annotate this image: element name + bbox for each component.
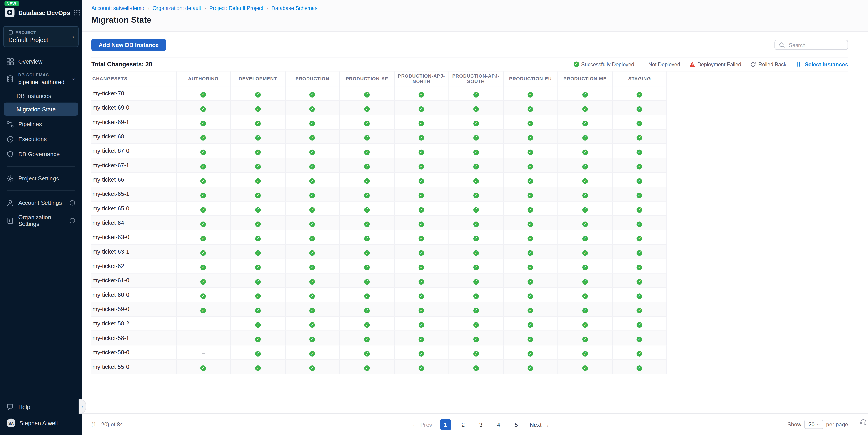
add-db-instance-button[interactable]: Add New DB Instance	[91, 39, 166, 51]
deployed-check-icon: ✓	[309, 92, 315, 97]
page-button-5[interactable]: 5	[511, 419, 522, 430]
sidebar-item-organization-settings[interactable]: Organization Settings	[0, 211, 82, 231]
status-cell: ✓	[503, 215, 558, 230]
sidebar-item-label: Pipelines	[18, 121, 42, 127]
sidebar-item-executions[interactable]: Executions	[0, 132, 82, 147]
deployed-check-icon: ✓	[364, 265, 369, 270]
deployed-check-icon: ✓	[309, 279, 315, 284]
sidebar-item-overview[interactable]: Overview	[0, 54, 82, 69]
breadcrumb-organization[interactable]: Organization: default	[152, 5, 201, 11]
status-cell: ✓	[449, 187, 503, 201]
sidebar-item-project-settings[interactable]: Project Settings	[0, 171, 82, 186]
db-schemas-label: DB SCHEMAS	[18, 72, 69, 77]
sidebar-item-db-instances[interactable]: DB Instances	[0, 89, 82, 102]
apps-grid-icon[interactable]	[73, 9, 80, 16]
help-label: Help	[18, 403, 30, 410]
sidebar-item-db-schemas[interactable]: DB SCHEMAS pipeline_authored ›	[0, 69, 82, 89]
status-cell: ✓	[449, 100, 503, 115]
status-cell: ✓	[230, 129, 285, 144]
deployed-check-icon: ✓	[364, 308, 369, 313]
status-cell: ✓	[394, 115, 449, 129]
deployed-check-icon: ✓	[528, 207, 533, 213]
search-input[interactable]	[788, 41, 844, 49]
changeset-name: my-ticket-60-0	[91, 287, 176, 302]
result-range-label: (1 - 20) of 84	[91, 422, 174, 428]
deployed-check-icon: ✓	[200, 221, 206, 227]
deployed-check-icon: ✓	[637, 149, 642, 155]
deployed-check-icon: ✓	[528, 106, 533, 112]
page-button-2[interactable]: 2	[458, 419, 469, 430]
deployed-check-icon: ✓	[637, 236, 642, 241]
table-row: my-ticket-67-0✓✓✓✓✓✓✓✓✓	[91, 144, 667, 158]
deployed-check-icon: ✓	[637, 221, 642, 227]
status-cell: ✓	[176, 302, 230, 316]
status-cell: ✓	[558, 302, 612, 316]
check-circle-icon: ✓	[574, 61, 579, 67]
status-cell: ✓	[558, 359, 612, 374]
status-cell: ✓	[449, 230, 503, 244]
page-button-4[interactable]: 4	[493, 419, 504, 430]
sidebar-item-account-settings[interactable]: Account Settings	[0, 195, 82, 211]
deployed-check-icon: ✓	[473, 337, 478, 342]
next-page-button[interactable]: Next →	[530, 421, 550, 428]
changeset-name: my-ticket-69-1	[91, 115, 176, 129]
status-cell: ✓	[503, 230, 558, 244]
page-button-1[interactable]: 1	[440, 419, 451, 430]
sidebar-item-pipelines[interactable]: Pipelines	[0, 117, 82, 132]
status-cell: ✓	[230, 316, 285, 331]
search-box[interactable]	[774, 40, 848, 50]
deployed-check-icon: ✓	[473, 293, 478, 299]
deployed-check-icon: ✓	[637, 164, 642, 169]
breadcrumb-database-schemas[interactable]: Database Schemas	[272, 5, 317, 11]
status-cell: ✓	[449, 86, 503, 100]
select-instances-button[interactable]: Select Instances	[797, 61, 848, 67]
deployed-check-icon: ✓	[582, 164, 588, 169]
status-cell: ✓	[503, 273, 558, 287]
status-cell: ✓	[558, 316, 612, 331]
deployed-check-icon: ✓	[364, 236, 369, 241]
deployed-check-icon: ✓	[364, 279, 369, 284]
breadcrumb-project[interactable]: Project: Default Project	[209, 5, 263, 11]
deployed-check-icon: ✓	[582, 149, 588, 155]
show-label: Show	[787, 422, 801, 428]
deployed-check-icon: ✓	[255, 265, 260, 270]
deployed-check-icon: ✓	[637, 207, 642, 213]
support-headset-icon[interactable]	[860, 418, 867, 425]
pagination-pages: 12345	[440, 419, 522, 430]
sidebar-item-migration-state[interactable]: Migration State	[4, 102, 78, 116]
deployed-check-icon: ✓	[582, 308, 588, 313]
status-cell: ✓	[176, 359, 230, 374]
status-cell: ✓	[230, 86, 285, 100]
deployed-check-icon: ✓	[255, 365, 260, 371]
page-size-select[interactable]: 20 ›	[805, 420, 823, 429]
deployed-check-icon: ✓	[364, 207, 369, 213]
new-badge: NEW	[4, 1, 19, 6]
help-button[interactable]: Help	[0, 399, 82, 414]
user-menu[interactable]: SA Stephen Atwell	[0, 414, 82, 435]
deployed-check-icon: ✓	[309, 149, 315, 155]
status-cell: ✓	[176, 172, 230, 187]
status-cell: ✓	[340, 100, 394, 115]
chat-bubble-icon	[7, 403, 14, 410]
db-schema-name: pipeline_authored	[18, 79, 69, 85]
sidebar-item-db-governance[interactable]: DB Governance	[0, 147, 82, 162]
project-selector[interactable]: PROJECT Default Project ›	[3, 26, 79, 47]
table-row: my-ticket-64✓✓✓✓✓✓✓✓✓	[91, 215, 667, 230]
deployed-check-icon: ✓	[473, 221, 478, 227]
page-button-3[interactable]: 3	[475, 419, 487, 430]
status-cell: ✓	[612, 259, 667, 273]
deployed-check-icon: ✓	[637, 322, 642, 328]
deployed-check-icon: ✓	[473, 120, 478, 126]
status-cell: ✓	[558, 259, 612, 273]
status-cell: ✓	[558, 345, 612, 359]
deployed-check-icon: ✓	[309, 207, 315, 213]
sidebar-item-label: Overview	[18, 59, 42, 65]
column-header: PRODUCTION-ME	[558, 71, 612, 86]
breadcrumb-account[interactable]: Account: satwell-demo	[91, 5, 144, 11]
deployed-check-icon: ✓	[528, 135, 533, 141]
deployed-check-icon: ✓	[200, 106, 206, 112]
prev-page-button[interactable]: ← Prev	[412, 421, 432, 428]
status-cell: ✓	[176, 144, 230, 158]
deployed-check-icon: ✓	[528, 149, 533, 155]
status-cell: ✓	[449, 172, 503, 187]
